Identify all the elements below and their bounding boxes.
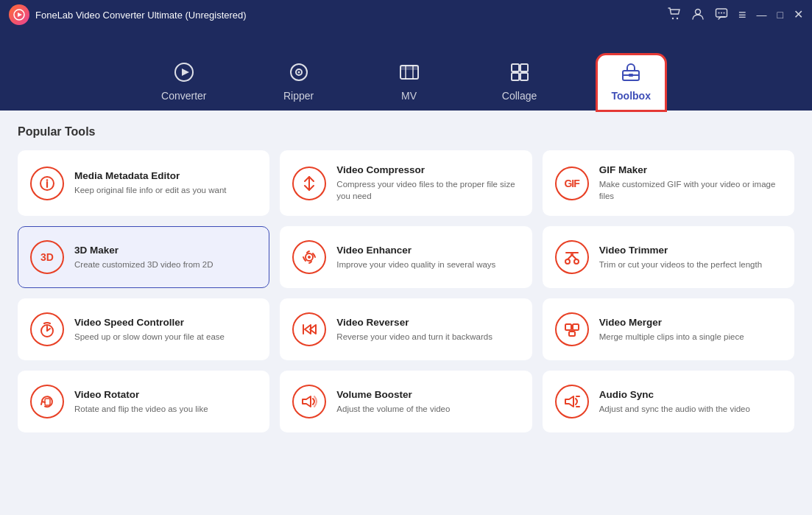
video-compressor-info: Video CompressorCompress your video file… [336,164,519,202]
svg-rect-47 [45,399,50,405]
section-title: Popular Tools [18,125,794,139]
gif-maker-desc: Make customized GIF with your video or i… [599,178,782,202]
collage-icon [509,62,530,85]
video-rotator-icon [30,385,64,418]
svg-point-8 [724,12,725,13]
tool-card-video-compressor[interactable]: Video CompressorCompress your video file… [280,150,532,216]
nav-item-collage[interactable]: Collage [487,55,553,111]
3d-maker-icon: 3D [30,240,64,274]
tool-card-video-enhancer[interactable]: Video EnhancerImprove your video quality… [280,226,532,288]
minimize-button[interactable]: — [757,10,767,20]
gif-maker-name: GIF Maker [599,164,782,175]
tool-card-video-speed-controller[interactable]: Video Speed ControllerSpeed up or slow d… [18,298,269,360]
svg-point-3 [677,17,678,18]
app-icon [9,4,29,25]
volume-booster-name: Volume Booster [336,389,519,400]
tool-card-video-reverser[interactable]: Video ReverserReverse your video and tur… [280,298,532,360]
tool-card-video-rotator[interactable]: Video RotatorRotate and flip the video a… [18,371,269,432]
tool-card-3d-maker[interactable]: 3D3D MakerCreate customized 3D video fro… [18,226,269,288]
video-enhancer-info: Video EnhancerImprove your video quality… [336,245,519,270]
svg-rect-23 [629,74,633,77]
svg-rect-44 [573,324,579,330]
tool-card-audio-sync[interactable]: Audio SyncAdjust and sync the audio with… [543,371,794,432]
video-speed-controller-icon [30,312,64,346]
tool-card-media-metadata-editor[interactable]: Media Metadata EditorKeep original file … [18,150,269,216]
video-merger-icon [555,312,589,346]
video-enhancer-icon [292,240,326,274]
video-rotator-desc: Rotate and flip the video as you like [74,403,257,415]
svg-point-7 [721,12,722,13]
video-speed-controller-info: Video Speed ControllerSpeed up or slow d… [74,317,257,343]
main-content: Popular Tools Media Metadata EditorKeep … [0,111,812,515]
3d-maker-desc: Create customized 3D video from 2D [74,259,257,270]
volume-booster-desc: Adjust the volume of the video [336,403,519,415]
menu-icon[interactable]: ≡ [738,8,746,21]
volume-booster-icon [292,385,326,418]
video-speed-controller-desc: Speed up or slow down your file at ease [74,331,257,343]
svg-point-13 [297,71,300,74]
volume-booster-info: Volume BoosterAdjust the volume of the v… [336,389,519,415]
svg-marker-49 [565,396,573,407]
title-bar-left: FoneLab Video Converter Ultimate (Unregi… [9,4,247,25]
video-merger-name: Video Merger [599,317,782,328]
media-metadata-editor-info: Media Metadata EditorKeep original file … [74,170,257,196]
video-merger-desc: Merge multiple clips into a single piece [599,331,782,343]
title-bar-controls: ≡ — □ ✕ [668,7,803,23]
video-speed-controller-name: Video Speed Controller [74,317,257,328]
tool-card-volume-booster[interactable]: Volume BoosterAdjust the volume of the v… [280,371,532,432]
tool-card-video-trimmer[interactable]: Video TrimmerTrim or cut your videos to … [543,226,794,288]
video-reverser-name: Video Reverser [336,317,519,328]
video-compressor-desc: Compress your video files to the proper … [336,178,519,202]
svg-point-28 [46,179,49,181]
converter-label: Converter [161,90,206,102]
toolbox-label: Toolbox [612,90,651,102]
svg-marker-1 [18,13,22,17]
media-metadata-editor-desc: Keep original file info or edit as you w… [74,184,257,196]
audio-sync-info: Audio SyncAdjust and sync the audio with… [599,389,782,415]
video-enhancer-desc: Improve your video quality in several wa… [336,259,519,270]
video-compressor-icon [292,167,326,200]
tool-card-gif-maker[interactable]: GIFGIF MakerMake customized GIF with you… [543,150,794,216]
tools-grid: Media Metadata EditorKeep original file … [18,150,794,432]
svg-line-35 [571,254,576,259]
maximize-button[interactable]: □ [777,10,783,20]
tool-card-video-merger[interactable]: Video MergerMerge multiple clips into a … [543,298,794,360]
audio-sync-desc: Adjust and sync the audio with the video [599,403,782,415]
3d-maker-info: 3D MakerCreate customized 3D video from … [74,245,257,270]
svg-rect-18 [512,64,519,71]
close-button[interactable]: ✕ [794,9,803,21]
toolbox-icon [621,62,641,85]
chat-icon[interactable] [715,7,728,23]
gif-maker-icon: GIF [555,167,589,200]
ripper-label: Ripper [283,90,314,102]
svg-rect-21 [520,73,528,80]
video-enhancer-name: Video Enhancer [336,245,519,256]
nav-item-mv[interactable]: MV [376,55,442,111]
nav-item-toolbox[interactable]: Toolbox [597,55,666,111]
svg-rect-15 [400,66,418,70]
svg-point-2 [672,17,674,18]
video-reverser-desc: Reverse your video and turn it backwards [336,331,519,343]
media-metadata-editor-name: Media Metadata Editor [74,170,257,181]
collage-label: Collage [502,90,537,102]
media-metadata-editor-icon [30,167,64,200]
video-merger-info: Video MergerMerge multiple clips into a … [599,317,782,343]
video-trimmer-info: Video TrimmerTrim or cut your videos to … [599,245,782,270]
svg-rect-20 [512,73,519,80]
cart-icon[interactable] [668,7,681,23]
mv-icon [399,62,420,85]
nav-item-ripper[interactable]: Ripper [266,55,332,111]
nav-item-converter[interactable]: Converter [146,55,221,111]
audio-sync-icon [555,385,589,418]
video-rotator-name: Video Rotator [74,389,257,400]
user-icon[interactable] [691,7,705,23]
video-trimmer-name: Video Trimmer [599,245,782,256]
mv-label: MV [401,90,417,102]
svg-rect-19 [520,64,528,71]
title-bar: FoneLab Video Converter Ultimate (Unregi… [0,0,812,29]
video-trimmer-desc: Trim or cut your videos to the perfect l… [599,259,782,270]
converter-icon [174,62,194,85]
svg-rect-45 [569,332,575,336]
audio-sync-name: Audio Sync [599,389,782,400]
svg-rect-43 [565,324,571,330]
